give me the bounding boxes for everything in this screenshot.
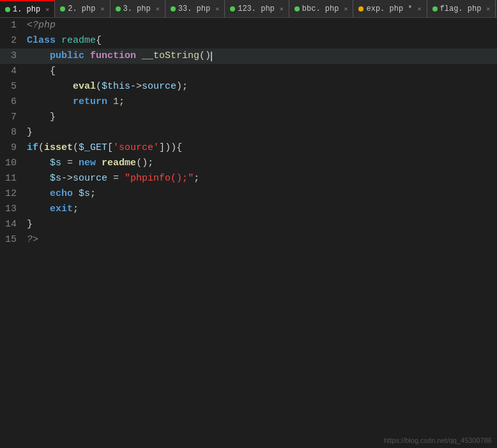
line-content: $s = new readme();: [24, 156, 497, 171]
tab-dot: [171, 6, 176, 11]
tab-flag-php[interactable]: flag. php ✕: [427, 0, 496, 17]
code-line-8: 8 }: [0, 125, 497, 140]
code-editor[interactable]: 1 <?php 2 Class readme{ 3 public functio…: [0, 18, 497, 448]
line-content: ?>: [24, 232, 497, 248]
code-line-11: 11 $s->source = "phpinfo();";: [0, 171, 497, 186]
line-content: }: [24, 110, 497, 125]
tab-dot: [116, 6, 121, 11]
line-content: public function __toString(): [24, 49, 497, 64]
tab-exp-php[interactable]: exp. php * ✕: [353, 0, 427, 17]
line-content: }: [24, 125, 497, 140]
tab-label: 2. php: [68, 4, 95, 13]
tab-close[interactable]: ✕: [280, 5, 284, 13]
tab-label: flag. php: [440, 4, 482, 13]
tab-label: 123. php: [238, 4, 275, 13]
code-line-10: 10 $s = new readme();: [0, 156, 497, 171]
line-number: 12: [0, 186, 24, 202]
line-number: 2: [0, 33, 24, 49]
code-line-1: 1 <?php: [0, 18, 497, 33]
tab-3-php[interactable]: 3. php ✕: [111, 0, 165, 17]
code-line-13: 13 exit;: [0, 202, 497, 217]
code-line-15: 15 ?>: [0, 232, 497, 248]
tab-bar: 1. php ✕ 2. php ✕ 3. php ✕ 33. php ✕ 123…: [0, 0, 497, 18]
code-line-4: 4 {: [0, 64, 497, 79]
code-line-6: 6 return 1;: [0, 94, 497, 110]
tab-label: 1. php: [13, 5, 40, 14]
tab-close[interactable]: ✕: [486, 5, 490, 13]
tab-close[interactable]: ✕: [100, 5, 104, 13]
tab-label: bbc. php: [302, 4, 339, 13]
line-number: 10: [0, 156, 24, 171]
tab-1-php[interactable]: 1. php ✕: [0, 0, 55, 17]
line-number: 14: [0, 217, 24, 232]
line-number: 13: [0, 202, 24, 217]
tab-dot: [358, 6, 363, 11]
tab-label: 3. php: [123, 4, 151, 13]
code-line-5: 5 eval($this->source);: [0, 79, 497, 94]
code-line-2: 2 Class readme{: [0, 33, 497, 49]
code-line-12: 12 echo $s;: [0, 186, 497, 202]
line-number: 3: [0, 49, 24, 64]
tab-label: exp. php *: [366, 4, 412, 13]
line-content: return 1;: [24, 94, 497, 110]
tab-close[interactable]: ✕: [418, 5, 422, 13]
code-line-7: 7 }: [0, 110, 497, 125]
line-content: echo $s;: [24, 186, 497, 202]
line-number: 7: [0, 110, 24, 125]
tab-dot: [432, 6, 438, 11]
tab-close[interactable]: ✕: [45, 6, 49, 13]
line-number: 4: [0, 64, 24, 79]
tab-dot: [230, 6, 235, 11]
tab-123-php[interactable]: 123. php ✕: [225, 0, 289, 17]
line-content: Class readme{: [24, 33, 497, 49]
line-number: 5: [0, 79, 24, 94]
line-content: }: [24, 217, 497, 232]
line-content: if(isset($_GET['source'])){: [24, 140, 497, 156]
code-line-9: 9 if(isset($_GET['source'])){: [0, 140, 497, 156]
tab-close[interactable]: ✕: [156, 5, 160, 13]
tab-2-php[interactable]: 2. php ✕: [55, 0, 110, 17]
tab-dot: [60, 6, 65, 11]
tab-label: 33. php: [178, 4, 210, 13]
line-number: 8: [0, 125, 24, 140]
line-content: $s->source = "phpinfo();";: [24, 171, 497, 186]
line-number: 15: [0, 232, 24, 248]
line-number: 6: [0, 94, 24, 110]
tab-bbc-php[interactable]: bbc. php ✕: [289, 0, 354, 17]
code-line-3: 3 public function __toString(): [0, 49, 497, 64]
tab-close[interactable]: ✕: [344, 5, 348, 13]
line-content: {: [24, 64, 497, 79]
tab-dot: [294, 6, 300, 11]
line-content: exit;: [24, 202, 497, 217]
line-number: 11: [0, 171, 24, 186]
code-line-14: 14 }: [0, 217, 497, 232]
tab-33-php[interactable]: 33. php ✕: [165, 0, 225, 17]
tab-dot: [5, 7, 10, 12]
code-table: 1 <?php 2 Class readme{ 3 public functio…: [0, 18, 497, 248]
line-number: 9: [0, 140, 24, 156]
tab-close[interactable]: ✕: [215, 5, 219, 13]
line-content: eval($this->source);: [24, 79, 497, 94]
line-number: 1: [0, 18, 24, 33]
line-content: <?php: [24, 18, 497, 33]
